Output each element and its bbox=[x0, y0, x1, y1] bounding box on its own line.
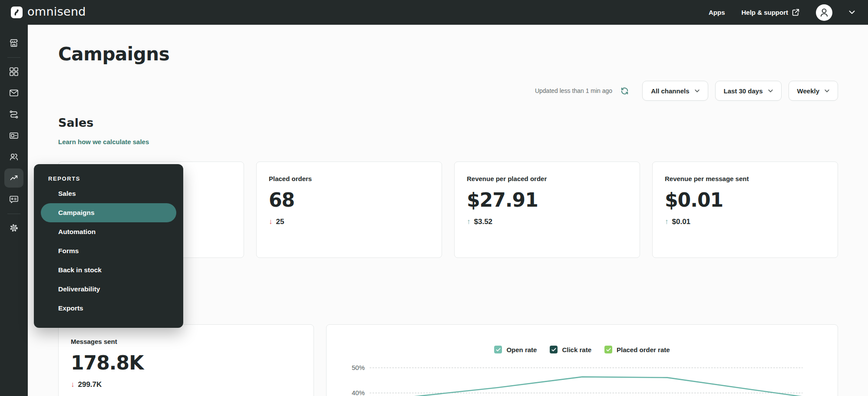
sidebar-item-store[interactable] bbox=[4, 33, 23, 53]
popup-form-icon bbox=[9, 130, 19, 141]
stat-card-messages-sent: Messages sent 178.8K ↓ 299.7K bbox=[58, 324, 314, 396]
menu-item-deliverability[interactable]: Deliverability bbox=[41, 280, 176, 299]
gear-icon bbox=[9, 223, 19, 233]
stat-label: Revenue per placed order bbox=[467, 175, 627, 183]
menu-item-back-in-stock[interactable]: Back in stock bbox=[41, 261, 176, 280]
delta-arrow-icon: ↓ bbox=[269, 218, 273, 226]
stat-label: Revenue per message sent bbox=[665, 175, 825, 183]
stat-label: Placed orders bbox=[269, 175, 429, 183]
checkbox-checked-icon[interactable] bbox=[604, 346, 612, 353]
sidebar-item-dashboard[interactable] bbox=[4, 62, 23, 81]
stat-delta: ↑ $3.52 bbox=[467, 218, 627, 226]
help-support-link[interactable]: Help & support bbox=[742, 9, 800, 16]
top-bar: omnisend Apps Help & support bbox=[0, 0, 868, 25]
stat-card-revenue-per-order: Revenue per placed order $27.91 ↑ $3.52 bbox=[454, 162, 640, 258]
stat-value: $27.91 bbox=[467, 190, 627, 211]
account-chevron-down-icon[interactable] bbox=[849, 10, 855, 14]
contacts-icon bbox=[9, 152, 19, 162]
omnisend-logo[interactable]: omnisend bbox=[0, 6, 86, 19]
stat-delta: ↓ 25 bbox=[269, 218, 429, 226]
email-icon bbox=[9, 88, 19, 98]
sidebar-item-audience[interactable] bbox=[4, 147, 23, 166]
stat-card-revenue-per-message: Revenue per message sent $0.01 ↑ $0.01 bbox=[652, 162, 838, 258]
person-icon bbox=[816, 4, 832, 21]
date-range-dropdown[interactable]: Last 30 days bbox=[715, 81, 782, 101]
stat-value: 178.8K bbox=[71, 353, 301, 373]
account-avatar[interactable] bbox=[816, 4, 832, 21]
chevron-down-icon bbox=[825, 89, 829, 92]
brand-wordmark: omnisend bbox=[27, 5, 86, 18]
external-link-icon bbox=[792, 9, 799, 16]
checkbox-checked-icon[interactable] bbox=[494, 346, 502, 353]
chevron-down-icon bbox=[768, 89, 773, 92]
stat-delta: ↓ 299.7K bbox=[71, 380, 301, 389]
stat-label: Messages sent bbox=[71, 338, 301, 346]
apps-link[interactable]: Apps bbox=[709, 9, 725, 16]
report-controls: Updated less than 1 min ago All channels… bbox=[58, 81, 838, 101]
apps-grid-icon bbox=[9, 66, 19, 77]
delta-arrow-icon: ↓ bbox=[71, 380, 75, 389]
sidebar-item-campaigns[interactable] bbox=[4, 83, 23, 102]
sidebar-divider bbox=[7, 57, 20, 58]
sidebar-item-settings[interactable] bbox=[4, 218, 23, 238]
stat-card-placed-orders: Placed orders 68 ↓ 25 bbox=[256, 162, 442, 258]
channel-filter-dropdown[interactable]: All channels bbox=[642, 81, 708, 101]
delta-arrow-icon: ↑ bbox=[665, 218, 669, 226]
rates-chart-card: Open rate Click rate Placed order rate 5… bbox=[326, 324, 838, 396]
menu-item-sales[interactable]: Sales bbox=[41, 184, 176, 203]
omnisend-logo-icon bbox=[11, 7, 23, 18]
chevron-down-icon bbox=[695, 89, 700, 92]
legend-click-rate[interactable]: Click rate bbox=[550, 346, 591, 353]
svg-text:40%: 40% bbox=[352, 389, 365, 396]
delta-arrow-icon: ↑ bbox=[467, 218, 471, 226]
refresh-icon bbox=[620, 86, 629, 96]
sidebar-item-reports[interactable] bbox=[4, 168, 23, 188]
flyout-header: REPORTS bbox=[34, 173, 183, 184]
granularity-dropdown[interactable]: Weekly bbox=[789, 81, 838, 101]
page-title: Campaigns bbox=[58, 44, 838, 65]
sidebar-divider bbox=[7, 214, 20, 214]
stat-delta: ↑ $0.01 bbox=[665, 218, 825, 226]
sidebar-item-forms[interactable] bbox=[4, 126, 23, 145]
engagement-row: Messages sent 178.8K ↓ 299.7K Open rate bbox=[58, 324, 838, 396]
legend-placed-order-rate[interactable]: Placed order rate bbox=[604, 346, 670, 353]
trending-up-icon bbox=[9, 173, 19, 183]
menu-item-forms[interactable]: Forms bbox=[41, 241, 176, 261]
checkbox-checked-icon[interactable] bbox=[550, 346, 558, 353]
updated-timestamp: Updated less than 1 min ago bbox=[535, 87, 612, 94]
stat-value: $0.01 bbox=[665, 190, 825, 211]
chart-legend: Open rate Click rate Placed order rate bbox=[337, 346, 827, 353]
menu-item-automation[interactable]: Automation bbox=[41, 222, 176, 241]
learn-sales-link[interactable]: Learn how we calculate sales bbox=[58, 138, 149, 146]
rates-line-chart: 50%40% bbox=[337, 356, 827, 396]
sidebar-item-automation[interactable] bbox=[4, 105, 23, 124]
reviews-icon bbox=[9, 194, 19, 205]
svg-text:50%: 50% bbox=[352, 364, 365, 371]
refresh-button[interactable] bbox=[620, 86, 629, 96]
reports-flyout-menu: REPORTS Sales Campaigns Automation Forms… bbox=[34, 164, 183, 328]
automation-route-icon bbox=[9, 109, 19, 119]
menu-item-exports[interactable]: Exports bbox=[41, 299, 176, 318]
sidebar-nav bbox=[0, 25, 28, 396]
storefront-icon bbox=[9, 38, 19, 48]
menu-item-campaigns[interactable]: Campaigns bbox=[41, 203, 176, 222]
stat-value: 68 bbox=[269, 190, 429, 211]
sidebar-item-reviews[interactable] bbox=[4, 190, 23, 209]
open-rate-line-chart: 50%40% bbox=[337, 356, 827, 396]
sales-section-title: Sales bbox=[58, 116, 838, 129]
legend-open-rate[interactable]: Open rate bbox=[494, 346, 537, 353]
